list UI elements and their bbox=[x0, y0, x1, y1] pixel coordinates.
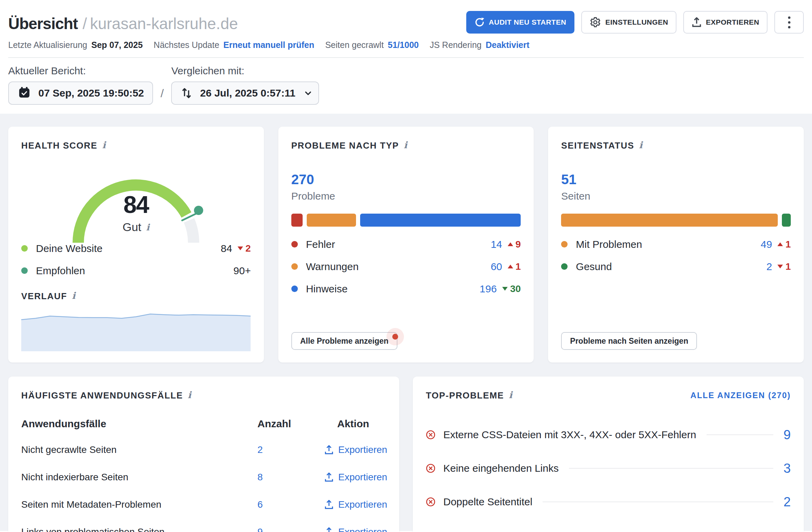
page-status-stacked-bar bbox=[561, 214, 791, 227]
legend-value-link[interactable]: 196 bbox=[480, 283, 497, 295]
issue-count-link[interactable]: 9 bbox=[784, 428, 791, 442]
issues-total-label: Probleme bbox=[291, 190, 521, 202]
column-count: Anzahl bbox=[257, 418, 324, 430]
top-issues-title: TOP-PROBLEME bbox=[426, 390, 504, 401]
legend-item-with-issues: Mit Problemen 49 1 bbox=[561, 233, 791, 255]
issue-label-link[interactable]: Doppelte Seitentitel bbox=[443, 496, 532, 508]
current-report-label: Aktueller Bericht: bbox=[8, 65, 153, 77]
leader-line bbox=[707, 434, 773, 435]
current-report-picker[interactable]: 07 Sep, 2025 19:50:52 bbox=[8, 81, 153, 105]
health-score-history-chart bbox=[21, 313, 251, 351]
bar-segment-Fehler[interactable] bbox=[291, 214, 303, 227]
refresh-icon bbox=[474, 17, 485, 27]
health-score-card: HEALTH SCORE i 84 Guti Deine Website 84 bbox=[8, 127, 264, 363]
upload-icon bbox=[324, 527, 334, 532]
upload-icon bbox=[324, 445, 334, 455]
legend-dot bbox=[291, 241, 298, 248]
legend-label: Hinweise bbox=[306, 283, 348, 295]
legend-item-recommended: Empfohlen 90+ bbox=[21, 259, 251, 282]
count-link[interactable]: 6 bbox=[257, 499, 324, 510]
table-row-links-problematic: Links von problematischen Seiten 9 Expor… bbox=[21, 518, 386, 532]
legend-value-link[interactable]: 60 bbox=[491, 261, 502, 273]
last-update-label: Letzte Aktualisierung bbox=[8, 40, 87, 50]
compare-report-dropdown[interactable]: 26 Jul, 2025 0:57:11 bbox=[171, 81, 319, 105]
legend-dot bbox=[561, 263, 568, 270]
export-link[interactable]: Exportieren bbox=[324, 472, 387, 483]
delta-value: 1 bbox=[785, 239, 791, 250]
rating-label: Gut bbox=[123, 220, 141, 233]
page-status-title-row: SEITENSTATUS i bbox=[561, 140, 791, 151]
issue-label-link[interactable]: Keine eingehenden Links bbox=[443, 463, 559, 474]
show-issues-by-pages-button[interactable]: Probleme nach Seiten anzeigen bbox=[561, 332, 697, 350]
use-case-label: Nicht indexierbare Seiten bbox=[21, 472, 257, 483]
page-status-title: SEITENSTATUS bbox=[561, 140, 634, 151]
delta-value: 1 bbox=[516, 261, 521, 272]
upload-icon bbox=[324, 499, 334, 510]
info-icon[interactable]: i bbox=[146, 222, 150, 232]
legend-value-group: 90+ bbox=[233, 265, 251, 277]
health-score-gauge: 84 Guti bbox=[64, 169, 208, 248]
info-icon[interactable]: i bbox=[188, 390, 191, 400]
issues-by-type-card: PROBLEME NACH TYP i 270 Probleme Fehler … bbox=[278, 127, 534, 363]
legend-item-errors: Fehler 14 9 bbox=[291, 233, 521, 255]
info-icon[interactable]: i bbox=[72, 290, 75, 301]
use-case-label: Seiten mit Metadaten-Problemen bbox=[21, 499, 257, 510]
show-all-issues-link[interactable]: ALLE ANZEIGEN (270) bbox=[690, 391, 791, 400]
issues-stacked-bar bbox=[291, 214, 521, 227]
settings-button[interactable]: EINSTELLUNGEN bbox=[581, 11, 676, 34]
legend-dot bbox=[561, 241, 568, 248]
show-all-issues-button[interactable]: Alle Probleme anzeigen bbox=[291, 332, 397, 350]
count-link[interactable]: 8 bbox=[257, 472, 324, 483]
info-icon[interactable]: i bbox=[102, 140, 105, 150]
issue-count-link[interactable]: 3 bbox=[784, 461, 791, 476]
export-button[interactable]: EXPORTIEREN bbox=[683, 11, 767, 34]
info-icon[interactable]: i bbox=[639, 140, 643, 150]
issues-total: 270 bbox=[291, 173, 521, 186]
page-status-legend: Mit Problemen 49 1 Gesund 2 bbox=[561, 233, 791, 278]
settings-label: EINSTELLUNGEN bbox=[605, 18, 668, 26]
pages-total-label: Seiten bbox=[561, 190, 791, 202]
legend-label: Fehler bbox=[306, 239, 335, 250]
restart-audit-button[interactable]: AUDIT NEU STARTEN bbox=[466, 11, 574, 34]
legend-label: Mit Problemen bbox=[576, 239, 642, 250]
site-audit-overview-page: Übersicht/kurasan-karlsruhe.de AUDIT NEU… bbox=[0, 11, 812, 531]
legend-value-link[interactable]: 49 bbox=[761, 239, 772, 250]
pages-crawled: Seiten gecrawlt 51/1000 bbox=[325, 40, 419, 50]
more-menu-button[interactable] bbox=[774, 11, 804, 34]
use-case-label: Nicht gecrawlte Seiten bbox=[21, 444, 257, 455]
count-link[interactable]: 9 bbox=[257, 527, 324, 532]
compare-report-label: Vergleichen mit: bbox=[171, 65, 319, 77]
legend-dot bbox=[21, 267, 28, 274]
bar-segment-Warnungen[interactable] bbox=[307, 214, 356, 227]
export-link[interactable]: Exportieren bbox=[324, 527, 387, 532]
legend-value-link[interactable]: 14 bbox=[491, 239, 502, 250]
breadcrumb: Übersicht bbox=[8, 15, 78, 33]
bar-segment-Mit Problemen[interactable] bbox=[561, 214, 778, 227]
issue-label-link[interactable]: Externe CSS-Dateien mit 3XX-, 4XX- oder … bbox=[443, 429, 696, 441]
use-cases-table-header: Anwendungsfälle Anzahl Aktion bbox=[21, 417, 386, 431]
delta-arrow-icon bbox=[238, 246, 243, 250]
info-icon[interactable]: i bbox=[404, 140, 407, 150]
count-link[interactable]: 2 bbox=[257, 444, 324, 455]
leader-line bbox=[569, 468, 773, 469]
js-rendering: JS Rendering Deaktiviert bbox=[430, 40, 529, 50]
bar-segment-Gesund[interactable] bbox=[782, 214, 791, 227]
issue-count-link[interactable]: 2 bbox=[784, 495, 791, 509]
health-score-title: HEALTH SCORE bbox=[21, 140, 97, 151]
delta-value: 2 bbox=[245, 243, 251, 254]
legend-value-group: 2 1 bbox=[766, 261, 791, 273]
bar-segment-Hinweise[interactable] bbox=[360, 214, 521, 227]
delta-arrow-icon bbox=[777, 265, 783, 268]
leader-line bbox=[543, 502, 773, 502]
dashboard: HEALTH SCORE i 84 Guti Deine Website 84 bbox=[0, 114, 812, 531]
error-circle-icon bbox=[426, 430, 435, 440]
legend-dot bbox=[291, 263, 298, 270]
export-link[interactable]: Exportieren bbox=[324, 499, 387, 510]
export-link[interactable]: Exportieren bbox=[324, 444, 387, 455]
pages-crawled-value[interactable]: 51/1000 bbox=[388, 40, 419, 50]
issue-item-duplicate-titles: Doppelte Seitentitel 2 bbox=[426, 485, 791, 519]
next-update-link[interactable]: Erneut manuell prüfen bbox=[224, 40, 314, 50]
info-icon[interactable]: i bbox=[509, 390, 512, 400]
legend-value-link[interactable]: 2 bbox=[766, 261, 772, 273]
js-rendering-value[interactable]: Deaktiviert bbox=[486, 40, 530, 50]
